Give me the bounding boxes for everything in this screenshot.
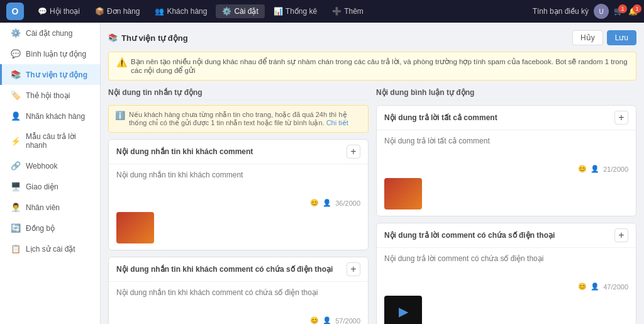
page-title: Thư viện tự động — [121, 33, 188, 43]
nav-item-khach-hang[interactable]: 👥 Khách hàng — [148, 4, 213, 18]
card-reply-phone-input[interactable] — [384, 254, 628, 272]
card-kh-phone: Nội dung nhắn tin khi khách comment có c… — [108, 257, 369, 324]
nav-item-hoi-thoai[interactable]: 💬 Hội thoại — [31, 4, 86, 18]
top-right-actions: Tính bạn điều kỳ U 🛒 1 🔔 1 — [533, 4, 638, 19]
card-kh-comment-footer: 😊 👤 36/2000 — [109, 196, 368, 212]
char-count-2: 57/2000 — [335, 317, 360, 325]
char-count-r2: 47/2000 — [603, 283, 628, 291]
card-kh-phone-header: Nội dung nhắn tin khi khách comment có c… — [109, 257, 368, 282]
char-count-1: 36/2000 — [335, 199, 360, 207]
card-kh-phone-input[interactable] — [116, 288, 360, 306]
card-reply-phone: Nội dung trả lời comment có chứa số điện… — [376, 223, 636, 324]
sync-icon: 🔄 — [11, 223, 21, 233]
card-kh-phone-footer: 😊 👤 57/2000 — [109, 314, 368, 324]
sidebar-item-webhook[interactable]: 🔗 Webhook — [0, 155, 100, 176]
huy-button[interactable]: Hủy — [572, 30, 603, 45]
char-count-r1: 21/2000 — [603, 165, 628, 173]
nav-item-thong-ke[interactable]: 📊 Thống kê — [267, 4, 323, 18]
sidebar-item-cai-dat-chung[interactable]: ⚙️ Cài đặt chung — [0, 23, 100, 43]
page-title-icon: 📚 — [108, 33, 118, 42]
notification-badge: 1 — [618, 4, 627, 13]
bell-badge: 1 — [633, 4, 641, 13]
sidebar-item-dong-bo[interactable]: 🔄 Đồng bộ — [0, 218, 100, 238]
card-kh-comment-header: Nội dung nhắn tin khi khách comment + — [109, 140, 368, 164]
main-content: 📚 Thư viện tự động Hủy Lưu ⚠️ Bạn nên tạ… — [101, 23, 644, 324]
webhook-icon: 🔗 — [11, 161, 21, 170]
person-icon: 👤 — [323, 199, 331, 207]
card-reply-phone-body[interactable] — [377, 248, 636, 280]
card-reply-all-body[interactable] — [377, 130, 636, 162]
notifications-button[interactable]: 🛒 1 — [614, 7, 623, 16]
card-kh-comment-body[interactable] — [109, 164, 368, 196]
emoji-icon-r2: 😊 — [578, 282, 587, 291]
khach-hang-icon: 👥 — [155, 7, 164, 16]
card-reply-all-footer: 😊 👤 21/2000 — [377, 162, 636, 178]
person-icon2: 👤 — [323, 316, 331, 324]
card-kh-comment: Nội dung nhắn tin khi khách comment + 😊 … — [108, 139, 369, 250]
bell-icon[interactable]: 🔔 1 — [628, 7, 638, 16]
sidebar-item-the-hoi-thoai[interactable]: 🏷️ Thẻ hội thoại — [0, 85, 100, 106]
nav-item-cai-dat[interactable]: ⚙️ Cài đặt — [216, 4, 264, 18]
card-reply-all: Nội dung trả lời tất cả comment + 😊 👤 21… — [376, 105, 636, 216]
card-reply-phone-footer: 😊 👤 47/2000 — [377, 280, 636, 296]
warning-icon: ⚠️ — [116, 57, 127, 67]
emoji-icon2: 😊 — [310, 316, 319, 324]
page-header-actions: Hủy Lưu — [572, 30, 636, 45]
sidebar-item-lich-su-cai-dat[interactable]: 📋 Lịch sử cài đặt — [0, 238, 100, 259]
hoi-thoai-icon: 💬 — [38, 7, 47, 16]
don-hang-icon: 📦 — [95, 7, 104, 16]
nav-item-don-hang[interactable]: 📦 Đơn hàng — [89, 4, 146, 18]
add-button-card1[interactable]: + — [347, 145, 360, 159]
sidebar-item-thu-vien-tu-dong[interactable]: 📚 Thư viện tự động — [0, 64, 100, 85]
warning-banner: ⚠️ Bạn nên tạo nhiều nội dung khác nhau … — [108, 52, 636, 81]
rcard1-image — [384, 178, 422, 209]
them-icon: ➕ — [332, 7, 341, 16]
sidebar: ⚙️ Cài đặt chung 💬 Bình luận tự động 📚 T… — [0, 23, 101, 324]
info-icon: ℹ️ — [115, 111, 125, 127]
right-section-title: Nội dung bình luận tự động — [376, 88, 636, 100]
card1-image — [116, 212, 154, 243]
library-icon: 📚 — [11, 70, 21, 79]
emoji-icon: 😊 — [310, 199, 319, 207]
sidebar-item-nhan-vien[interactable]: 👨‍💼 Nhân viên — [0, 197, 100, 218]
sidebar-item-mau-cau-tra-loi-nhanh[interactable]: ⚡ Mẫu câu trả lời nhanh — [0, 126, 100, 155]
nav-item-them[interactable]: ➕ Thêm — [326, 4, 370, 18]
settings-icon: ⚙️ — [11, 28, 21, 38]
chi-tiet-link[interactable]: Chi tiết — [326, 119, 348, 126]
tag-icon: 🏷️ — [11, 91, 21, 100]
app-logo: O — [6, 3, 24, 20]
left-column: Nội dung tin nhắn tự động ℹ️ Nếu khách h… — [108, 88, 369, 324]
emoji-icon-r1: 😊 — [578, 165, 587, 173]
page-title-row: 📚 Thư viện tự động — [108, 33, 188, 43]
history-icon: 📋 — [11, 244, 21, 254]
thong-ke-icon: 📊 — [274, 7, 283, 16]
add-button-rcard1[interactable]: + — [614, 111, 628, 125]
person-icon-r2: 👤 — [591, 282, 599, 291]
comment-icon: 💬 — [11, 49, 21, 59]
top-navigation: O 💬 Hội thoại 📦 Đơn hàng 👥 Khách hàng ⚙️… — [0, 0, 644, 23]
sidebar-item-nhan-khach-hang[interactable]: 👤 Nhãn khách hàng — [0, 106, 100, 126]
card-kh-comment-input[interactable] — [116, 170, 360, 188]
add-button-card2[interactable]: + — [347, 262, 360, 276]
user-avatar[interactable]: U — [594, 4, 609, 19]
sidebar-item-binh-luan-tu-dong[interactable]: 💬 Bình luận tự động — [0, 43, 100, 64]
right-column: Nội dung bình luận tự động Nội dung trả … — [376, 88, 636, 324]
card-reply-all-input[interactable] — [384, 137, 628, 154]
add-button-rcard2[interactable]: + — [614, 228, 628, 242]
quick-reply-icon: ⚡ — [11, 137, 21, 146]
cai-dat-icon: ⚙️ — [222, 7, 231, 16]
sidebar-item-giao-dien[interactable]: 🖥️ Giao diện — [0, 176, 100, 197]
info-box: ℹ️ Nếu khách hàng chưa từng nhắn tin cho… — [108, 105, 369, 133]
luu-button[interactable]: Lưu — [607, 30, 636, 45]
page-header: 📚 Thư viện tự động Hủy Lưu — [108, 30, 636, 45]
display-icon: 🖥️ — [11, 182, 21, 191]
card-kh-phone-body[interactable] — [109, 282, 368, 314]
two-column-layout: Nội dung tin nhắn tự động ℹ️ Nếu khách h… — [108, 88, 636, 324]
left-section-title: Nội dung tin nhắn tự động — [108, 88, 369, 100]
card-reply-phone-header: Nội dung trả lời comment có chứa số điện… — [377, 223, 636, 248]
main-layout: ⚙️ Cài đặt chung 💬 Bình luận tự động 📚 T… — [0, 23, 644, 324]
card-reply-all-header: Nội dung trả lời tất cả comment + — [377, 106, 636, 130]
rcard2-image: ▶ — [384, 296, 422, 324]
user-tag-icon: 👤 — [11, 111, 21, 121]
person-icon-r1: 👤 — [591, 165, 599, 173]
